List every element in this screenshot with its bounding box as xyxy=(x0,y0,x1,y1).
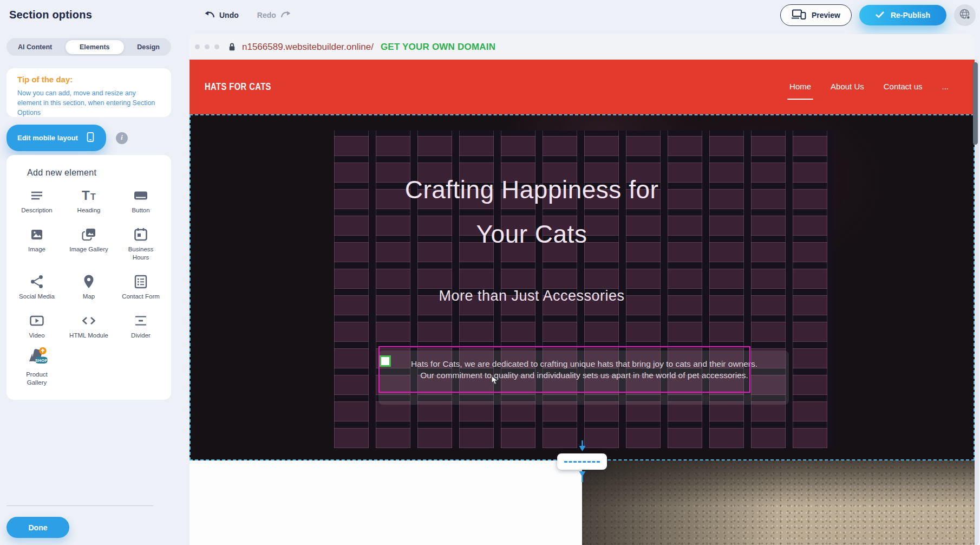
tab-elements[interactable]: Elements xyxy=(66,40,124,54)
mouse-cursor-icon xyxy=(491,375,498,388)
element-item-label: Description xyxy=(21,206,53,215)
element-item-label: Heading xyxy=(77,206,101,215)
element-item-social-media[interactable]: Social Media xyxy=(11,274,63,301)
html-module-icon xyxy=(81,313,97,329)
preview-label: Preview xyxy=(812,11,840,20)
section-resize-handle[interactable] xyxy=(557,453,607,470)
hero-body-line1: Hats for Cats, we are dedicated to craft… xyxy=(386,358,783,369)
devices-icon xyxy=(792,9,806,21)
lock-icon xyxy=(228,42,236,51)
edit-mobile-row: Edit mobile layout i xyxy=(6,125,128,151)
element-item-divider[interactable]: Divider xyxy=(115,313,167,340)
undo-icon xyxy=(205,11,215,20)
redo-label: Redo xyxy=(257,11,276,20)
language-globe-button[interactable] xyxy=(954,4,976,26)
section-options-panel: Section options AI Content Elements Desi… xyxy=(0,0,179,545)
element-item-label: Social Media xyxy=(19,293,55,301)
element-item-label: Map xyxy=(83,293,95,301)
info-icon[interactable]: i xyxy=(116,132,128,144)
ground-photo xyxy=(582,460,975,545)
site-url[interactable]: n1566589.websitebuilder.online/ xyxy=(242,42,374,53)
globe-icon xyxy=(958,8,971,22)
element-item-contact-form[interactable]: Contact Form xyxy=(115,274,167,301)
nav-item-more[interactable]: ... xyxy=(942,82,949,92)
element-item-html-module[interactable]: HTML Module xyxy=(63,313,115,340)
product-gallery-icon: SHOP xyxy=(24,352,49,368)
element-grid: DescriptionTTHeadingButtonImageImage Gal… xyxy=(11,187,167,387)
element-item-map[interactable]: Map xyxy=(63,274,115,301)
window-dots xyxy=(195,44,219,49)
svg-text:T: T xyxy=(90,192,96,202)
contact-form-icon xyxy=(133,274,149,290)
element-item-heading[interactable]: TTHeading xyxy=(63,187,115,215)
get-your-own-domain-link[interactable]: GET YOUR OWN DOMAIN xyxy=(381,42,495,53)
site-nav: HomeAbout UsContact us... xyxy=(789,82,949,92)
edit-mobile-layout-button[interactable]: Edit mobile layout xyxy=(6,125,106,151)
site-logo: HATS FOR CATS xyxy=(205,81,271,93)
image-gallery-icon xyxy=(81,226,97,243)
map-icon xyxy=(81,274,97,290)
element-item-description[interactable]: Description xyxy=(11,187,63,215)
redo-icon xyxy=(280,11,291,20)
tab-ai-content[interactable]: AI Content xyxy=(8,40,62,54)
scrollbar-thumb[interactable] xyxy=(973,62,978,145)
phone-icon xyxy=(86,131,95,145)
divider-icon xyxy=(133,313,149,329)
element-item-label: Business Hours xyxy=(121,245,160,262)
image-icon xyxy=(29,226,45,243)
check-icon xyxy=(876,11,884,20)
element-item-label: Divider xyxy=(131,332,151,340)
element-item-business-hours[interactable]: Business Hours xyxy=(115,226,167,262)
preview-button[interactable]: Preview xyxy=(780,4,852,26)
element-item-image-gallery[interactable]: Image Gallery xyxy=(63,226,115,262)
hero-title[interactable]: Crafting Happiness for Your Cats xyxy=(191,167,873,256)
video-icon xyxy=(29,313,45,329)
browser-chrome: n1566589.websitebuilder.online/ GET YOUR… xyxy=(190,34,975,60)
hero-body-line2: Our commitment to quality and individual… xyxy=(386,369,783,381)
element-item-product-gallery[interactable]: SHOPProduct Gallery xyxy=(11,352,63,387)
tab-design[interactable]: Design xyxy=(127,40,169,54)
element-item-image[interactable]: Image xyxy=(11,226,63,262)
tip-of-the-day-card: Tip of the day: Now you can add, move an… xyxy=(6,68,171,117)
republish-label: Re-Publish xyxy=(891,11,930,20)
editor-topbar: Undo Redo Preview Re-Publish xyxy=(179,0,980,30)
button-icon xyxy=(133,187,149,204)
svg-text:SHOP: SHOP xyxy=(35,358,48,362)
page-title: Section options xyxy=(9,9,92,21)
redo-button[interactable]: Redo xyxy=(257,11,291,20)
hero-subtitle[interactable]: More than Just Accessories xyxy=(191,288,873,304)
add-new-element-card: Add new element DescriptionTTHeadingButt… xyxy=(6,155,171,400)
site-header: HATS FOR CATS HomeAbout UsContact us... xyxy=(190,60,975,114)
republish-button[interactable]: Re-Publish xyxy=(859,5,946,25)
element-item-label: Product Gallery xyxy=(17,371,56,387)
site-preview: n1566589.websitebuilder.online/ GET YOUR… xyxy=(190,34,975,545)
resize-arrow-up-icon xyxy=(579,471,586,484)
undo-redo-group: Undo Redo xyxy=(205,11,291,20)
business-hours-icon xyxy=(133,226,149,243)
element-item-label: Video xyxy=(29,332,44,340)
resize-handle-dashes xyxy=(564,461,600,463)
topbar-actions: Preview Re-Publish xyxy=(780,4,976,26)
element-item-label: Button xyxy=(132,206,149,215)
selection-resize-handle[interactable] xyxy=(380,355,391,367)
element-item-label: Contact Form xyxy=(122,293,160,301)
undo-button[interactable]: Undo xyxy=(205,11,239,20)
social-media-icon xyxy=(29,274,45,290)
done-button[interactable]: Done xyxy=(6,517,69,538)
hero-title-line2: Your Cats xyxy=(191,212,873,256)
element-item-video[interactable]: Video xyxy=(11,313,63,340)
nav-item-home[interactable]: Home xyxy=(789,82,811,92)
element-item-label: Image Gallery xyxy=(69,245,108,254)
resize-arrow-down-icon xyxy=(579,440,586,454)
hero-body-text[interactable]: Hats for Cats, we are dedicated to craft… xyxy=(386,358,783,381)
element-item-label: Image xyxy=(28,245,45,254)
panel-tabs: AI Content Elements Design xyxy=(6,38,171,56)
hero-section-selected[interactable]: Crafting Happiness for Your Cats More th… xyxy=(190,114,975,460)
element-item-button[interactable]: Button xyxy=(115,187,167,215)
add-new-element-title: Add new element xyxy=(27,168,167,178)
panel-divider xyxy=(6,505,153,506)
tip-title: Tip of the day: xyxy=(17,75,160,84)
nav-item-contactus[interactable]: Contact us xyxy=(884,82,923,92)
website-builder-app: Section options AI Content Elements Desi… xyxy=(0,0,980,545)
nav-item-aboutus[interactable]: About Us xyxy=(831,82,864,92)
